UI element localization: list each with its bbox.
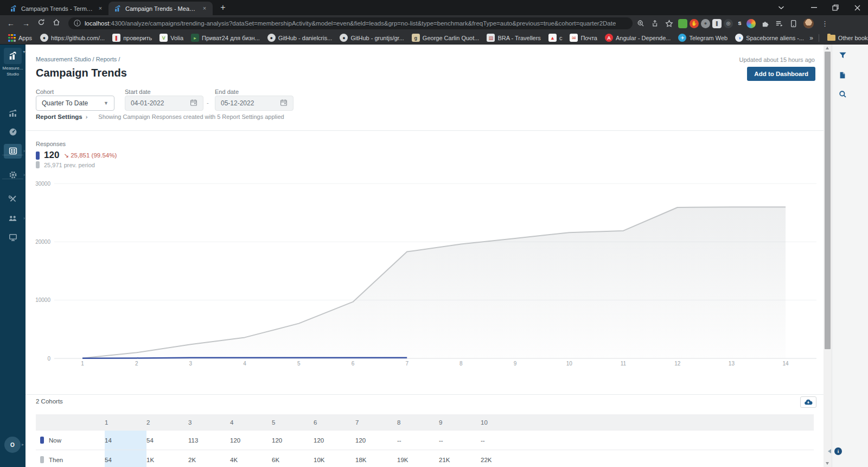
browser-tab-measurement-studio[interactable]: Campaign Trends - Measurement Studio × — [108, 2, 213, 15]
bookmark-item[interactable]: ◑Spaceborne aliens -... — [732, 33, 807, 43]
bookmark-item[interactable]: gGeorge Carlin Quot... — [409, 33, 482, 43]
collapse-left-icon[interactable] — [828, 449, 831, 453]
add-to-dashboard-button[interactable]: Add to Dashboard — [747, 67, 815, 81]
search-icon[interactable] — [839, 90, 847, 99]
sidebar-item-tools[interactable] — [0, 191, 25, 207]
zoom-search-icon[interactable] — [635, 17, 647, 29]
table-cell: 120 — [272, 437, 314, 444]
x-axis-tick: 5 — [297, 361, 301, 367]
bookmark-item[interactable]: ●GitHub - danielcris... — [265, 33, 335, 43]
bookmark-item[interactable]: ❚проверить — [110, 33, 155, 43]
app-logo[interactable] — [4, 48, 22, 64]
app-sidebar: ▼ Measure... Studio ››› O ▸ — [0, 45, 25, 467]
cohort-select[interactable]: Quarter To Date ▼ — [36, 96, 114, 111]
user-avatar[interactable]: O — [4, 437, 21, 453]
x-axis-tick: 1 — [81, 361, 84, 367]
bookmark-item[interactable]: ▲c — [546, 33, 565, 43]
gray-badge-extension-icon[interactable]: ● — [701, 19, 710, 28]
sidebar-item-analytics[interactable] — [0, 105, 25, 121]
bookmark-item[interactable]: ▤BRA - Travellers — [484, 33, 543, 43]
avatar-chevron-icon: ▸ — [22, 442, 24, 447]
profile-avatar[interactable] — [803, 18, 814, 29]
sidebar-item-settings[interactable]: › — [0, 167, 25, 183]
new-tab-button[interactable]: + — [216, 1, 230, 15]
reader-extension-icon[interactable]: ❚ — [712, 19, 722, 28]
url-path: :4300/analyze/campaigns/trending-analysi… — [109, 20, 616, 27]
bookmark-item[interactable]: ●https://github.com/... — [37, 33, 107, 43]
extensions-puzzle-icon[interactable] — [759, 17, 771, 29]
right-tool-panel: i — [832, 45, 868, 467]
window-controls — [770, 0, 868, 15]
table-column-header: 2 — [146, 419, 188, 426]
bookmark-item[interactable]: ✉Почта — [567, 33, 600, 43]
calendar-icon — [280, 99, 288, 108]
sidebar-item-reports[interactable]: › — [0, 143, 25, 159]
sidebar-item-presentation[interactable] — [0, 229, 25, 245]
tab-search-chevron-icon[interactable] — [770, 0, 792, 15]
restore-button[interactable] — [825, 0, 846, 15]
bookmark-item[interactable]: VVolia — [157, 33, 186, 43]
browser-tab-terminus[interactable]: Campaign Trends - Terminus Hub × — [4, 2, 108, 15]
device-tablet-icon[interactable] — [787, 17, 799, 29]
row-label: Then — [49, 457, 63, 463]
bookmark-item[interactable]: ▸Приват24 для бизн... — [188, 33, 263, 43]
table-cell: 1K — [146, 457, 188, 463]
download-button[interactable] — [800, 396, 816, 408]
table-header-row: 12345678910 — [36, 414, 814, 431]
bookmark-star-icon[interactable] — [663, 17, 675, 29]
report-document-icon[interactable] — [839, 71, 847, 80]
section-divider — [25, 394, 824, 395]
apps-shortcut[interactable]: Apps — [5, 33, 35, 43]
browser-menu-icon[interactable]: ⋮ — [818, 20, 832, 28]
other-bookmarks[interactable]: Other bookmarks — [825, 34, 868, 42]
start-date-input[interactable]: 04-01-2022 — [125, 96, 203, 111]
scroll-down-arrow[interactable] — [826, 462, 829, 465]
bookmark-favicon-icon: ✉ — [570, 34, 578, 42]
bookmark-label: Spaceborne aliens -... — [746, 35, 804, 41]
reload-button[interactable] — [35, 17, 48, 30]
vertical-scrollbar[interactable] — [824, 45, 832, 467]
home-button[interactable] — [50, 17, 63, 30]
close-window-button[interactable] — [846, 0, 868, 15]
grid-table-icon — [4, 144, 22, 159]
speedometer-icon — [4, 125, 22, 140]
rainbow-ring-extension-icon[interactable] — [746, 19, 756, 28]
table-column-header: 10 — [481, 419, 522, 426]
table-column-header: 7 — [355, 419, 397, 426]
tab-close-icon[interactable]: × — [97, 5, 104, 12]
back-button[interactable]: ← — [4, 17, 17, 30]
url-bar[interactable]: localhost:4300/analyze/campaigns/trendin… — [68, 17, 633, 29]
end-date-input[interactable]: 05-12-2022 — [215, 96, 293, 111]
page-info-icon[interactable] — [74, 20, 81, 28]
scrollbar-thumb[interactable] — [825, 52, 831, 349]
bookmark-item[interactable]: ✈Telegram Web — [675, 33, 730, 43]
green-shield-extension-icon[interactable] — [678, 19, 687, 28]
minimize-button[interactable] — [803, 0, 825, 15]
scroll-up-arrow[interactable] — [826, 47, 829, 49]
chevron-right-icon: › — [23, 172, 25, 178]
x-axis-tick: 2 — [135, 361, 138, 367]
cookie-ring-extension-icon[interactable]: ◎ — [724, 19, 733, 28]
breadcrumb[interactable]: Measurement Studio / Reports / — [36, 56, 120, 62]
forward-button[interactable]: → — [20, 17, 33, 30]
stop-hand-extension-icon[interactable]: ✋ — [690, 19, 699, 28]
report-settings-link[interactable]: Report Settings — [36, 113, 82, 120]
now-series-line — [82, 358, 407, 358]
sidebar-item-audiences[interactable]: › — [0, 210, 25, 226]
filter-funnel-icon[interactable] — [839, 52, 847, 60]
tab-close-icon[interactable]: × — [201, 5, 208, 12]
table-row-now[interactable]: Now1454113120120120120------ — [36, 431, 814, 450]
cohort-count-label: 2 Cohorts — [36, 398, 63, 405]
playlist-icon[interactable] — [773, 17, 785, 29]
table-row-then[interactable]: Then541K2K4K6K10K18K19K21K22K — [36, 450, 814, 467]
share-icon[interactable] — [649, 17, 661, 29]
bookmark-item[interactable]: ●GitHub - gruntjs/gr... — [337, 33, 406, 43]
bookmarks-overflow-chevron[interactable]: » — [809, 34, 813, 42]
sidebar-item-dashboards[interactable] — [0, 124, 25, 140]
x-axis-tick: 9 — [514, 361, 517, 367]
table-cell: 120 — [230, 437, 272, 444]
info-icon[interactable]: i — [834, 447, 842, 455]
bookmark-item[interactable]: AAngular - Depende... — [602, 33, 674, 43]
s-letter-extension-icon[interactable]: S — [735, 19, 744, 28]
bookmark-favicon-icon: V — [159, 34, 168, 42]
